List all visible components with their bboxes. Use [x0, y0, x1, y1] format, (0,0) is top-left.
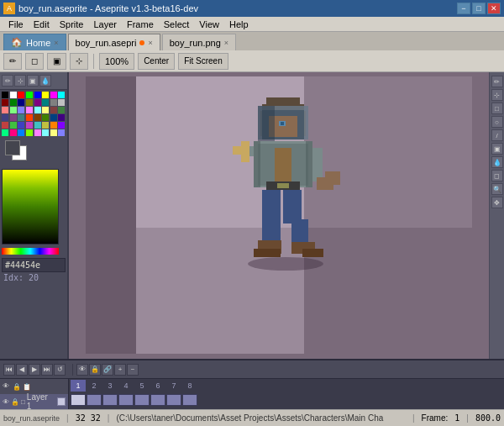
- palette-color-34[interactable]: [18, 122, 24, 129]
- home-tab-close[interactable]: ×: [54, 39, 58, 47]
- right-tool-line[interactable]: /: [491, 129, 503, 141]
- palette-color-14[interactable]: [50, 99, 57, 106]
- palette-color-12[interactable]: [34, 99, 41, 106]
- palette-color-26[interactable]: [18, 114, 24, 121]
- palette-color-40[interactable]: [2, 129, 8, 136]
- layer-1-color[interactable]: [57, 397, 66, 406]
- tool-select[interactable]: ⊹: [70, 53, 88, 70]
- palette-color-17[interactable]: [10, 107, 17, 113]
- frame-3[interactable]: 3: [102, 380, 118, 392]
- tool-pencil[interactable]: ✏: [3, 53, 22, 70]
- palette-color-22[interactable]: [50, 107, 57, 113]
- palette-color-41[interactable]: [10, 129, 17, 136]
- palette-color-18[interactable]: [18, 107, 24, 113]
- palette-color-29[interactable]: [42, 114, 49, 121]
- play-button[interactable]: ▶: [29, 364, 40, 376]
- right-tool-zoom[interactable]: 🔍: [491, 183, 503, 195]
- fg-color-swatch[interactable]: [5, 140, 20, 155]
- tool-btn-select[interactable]: ⊹: [14, 75, 26, 87]
- canvas-area[interactable]: [69, 72, 489, 359]
- palette-color-15[interactable]: [58, 99, 65, 106]
- palette-color-13[interactable]: [42, 99, 49, 106]
- palette-color-36[interactable]: [34, 122, 41, 129]
- right-tool-eyedrop[interactable]: 💧: [491, 156, 503, 168]
- frame-cell-1[interactable]: [71, 394, 86, 406]
- tab-home[interactable]: 🏠 Home ×: [3, 34, 66, 50]
- palette-color-24[interactable]: [2, 114, 8, 121]
- layer-del-btn[interactable]: −: [127, 364, 139, 376]
- palette-color-47[interactable]: [58, 129, 65, 136]
- right-tool-move[interactable]: ✥: [491, 197, 503, 208]
- palette-color-30[interactable]: [50, 114, 57, 121]
- right-tool-select[interactable]: ⊹: [491, 89, 503, 101]
- tab-png-close[interactable]: ×: [224, 39, 228, 47]
- maximize-button[interactable]: □: [472, 3, 486, 14]
- palette-color-37[interactable]: [42, 122, 49, 129]
- layer-1-row[interactable]: 👁 🔒 □ Layer 1: [0, 394, 68, 409]
- frame-cell-2[interactable]: [87, 394, 102, 406]
- menu-frame[interactable]: Frame: [122, 18, 159, 30]
- right-tool-eraser[interactable]: ◻: [491, 170, 503, 181]
- menu-sprite[interactable]: Sprite: [55, 18, 89, 30]
- palette-color-9[interactable]: [10, 99, 17, 106]
- layer-visibility-icon[interactable]: 👁: [3, 382, 11, 391]
- palette-color-31[interactable]: [58, 114, 65, 121]
- palette-color-39[interactable]: [58, 122, 65, 129]
- menu-help[interactable]: Help: [224, 18, 254, 30]
- palette-color-23[interactable]: [58, 107, 65, 113]
- frame-cell-3[interactable]: [102, 394, 118, 406]
- palette-color-21[interactable]: [42, 107, 49, 113]
- right-tool-pencil[interactable]: ✏: [491, 76, 503, 87]
- tab-aseprite[interactable]: boy_run.asepri ×: [68, 34, 160, 50]
- palette-color-25[interactable]: [10, 114, 17, 121]
- palette-color-3[interactable]: [26, 92, 33, 98]
- center-button[interactable]: Center: [138, 53, 175, 70]
- palette-color-7[interactable]: [58, 92, 65, 98]
- close-button[interactable]: ✕: [487, 3, 501, 14]
- palette-color-43[interactable]: [26, 129, 33, 136]
- layer-type-icon[interactable]: 📋: [23, 383, 31, 391]
- palette-color-32[interactable]: [2, 122, 8, 129]
- layer-eye-btn[interactable]: 👁: [76, 364, 88, 376]
- frame-4[interactable]: 4: [118, 380, 134, 392]
- tool-btn-pencil[interactable]: ✏: [2, 75, 13, 87]
- frame-5[interactable]: 5: [134, 380, 150, 392]
- tab-aseprite-close[interactable]: ×: [148, 39, 152, 47]
- zoom-level[interactable]: 100%: [99, 53, 134, 70]
- layer-lock-icon[interactable]: 🔒: [13, 383, 21, 391]
- palette-color-8[interactable]: [2, 99, 8, 106]
- palette-color-28[interactable]: [34, 114, 41, 121]
- color-gradient[interactable]: [2, 169, 59, 245]
- palette-color-0[interactable]: [2, 92, 8, 98]
- palette-color-6[interactable]: [50, 92, 57, 98]
- menu-edit[interactable]: Edit: [29, 18, 55, 30]
- layer-1-eye[interactable]: 👁: [3, 398, 9, 406]
- layer-lock-btn[interactable]: 🔒: [89, 364, 101, 376]
- tool-fill[interactable]: ▣: [47, 53, 66, 70]
- menu-layer[interactable]: Layer: [88, 18, 122, 30]
- tab-png[interactable]: boy_run.png ×: [162, 34, 236, 50]
- right-tool-fill[interactable]: ▣: [491, 143, 503, 155]
- tool-btn-eyedrop[interactable]: 💧: [39, 75, 51, 87]
- frame-cell-4[interactable]: [118, 394, 134, 406]
- play-prev-button[interactable]: ◀: [16, 364, 28, 376]
- palette-color-35[interactable]: [26, 122, 33, 129]
- palette-color-27[interactable]: [26, 114, 33, 121]
- palette-color-2[interactable]: [18, 92, 24, 98]
- layer-add-btn[interactable]: +: [114, 364, 126, 376]
- palette-color-38[interactable]: [50, 122, 57, 129]
- palette-color-45[interactable]: [42, 129, 49, 136]
- frame-1[interactable]: 1: [71, 380, 86, 392]
- palette-color-4[interactable]: [34, 92, 41, 98]
- palette-color-44[interactable]: [34, 129, 41, 136]
- fit-screen-button[interactable]: Fit Screen: [178, 53, 228, 70]
- palette-color-46[interactable]: [50, 129, 57, 136]
- palette-color-11[interactable]: [26, 99, 33, 106]
- play-next-button[interactable]: ⏭: [41, 364, 53, 376]
- play-first-button[interactable]: ⏮: [3, 364, 15, 376]
- palette-color-16[interactable]: [2, 107, 8, 113]
- palette-color-19[interactable]: [26, 107, 33, 113]
- menu-view[interactable]: View: [194, 18, 224, 30]
- minimize-button[interactable]: −: [457, 3, 470, 14]
- frame-cell-7[interactable]: [166, 394, 181, 406]
